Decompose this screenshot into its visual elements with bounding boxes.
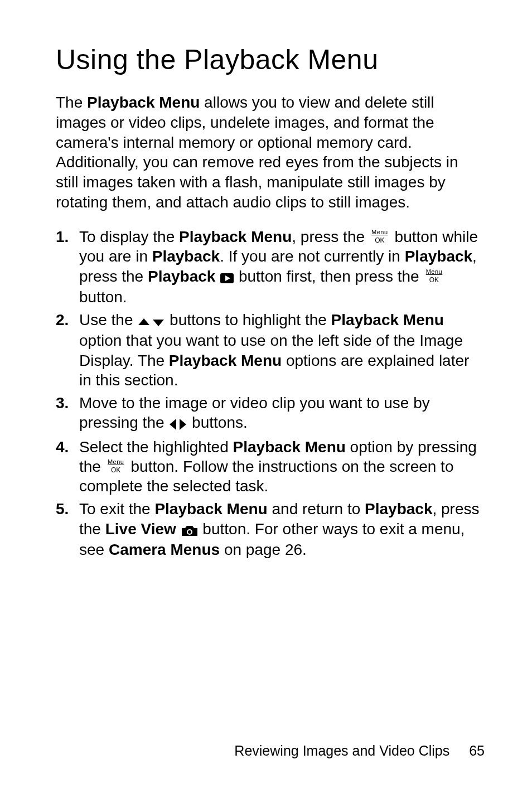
live-view-camera-icon xyxy=(181,520,199,540)
text: buttons to highlight the xyxy=(165,311,331,328)
step-number: 5. xyxy=(56,499,69,519)
text: To exit the xyxy=(79,500,154,518)
page-number: 65 xyxy=(469,743,485,759)
step-5: 5. To exit the Playback Menu and return … xyxy=(56,499,485,559)
text: The xyxy=(56,94,87,111)
step-number: 2. xyxy=(56,310,69,330)
term: Playback xyxy=(405,248,472,265)
term: Playback xyxy=(152,248,220,265)
term: Playback Menu xyxy=(233,438,346,456)
term: Playback xyxy=(148,268,215,285)
term: Playback xyxy=(365,500,432,518)
footer-chapter: Reviewing Images and Video Clips xyxy=(234,743,449,758)
page-title: Using the Playback Menu xyxy=(56,43,485,76)
term: Live View xyxy=(105,520,176,538)
step-4: 4. Select the highlighted Playback Menu … xyxy=(56,437,485,496)
term: Playback Menu xyxy=(169,352,282,369)
text: allows you to view and delete still imag… xyxy=(56,94,458,211)
step-3: 3. Move to the image or video clip you w… xyxy=(56,393,485,434)
text: Move to the image or video clip you want… xyxy=(79,394,430,431)
svg-marker-3 xyxy=(153,320,164,326)
step-1: 1. To display the Playback Menu, press t… xyxy=(56,227,485,307)
text: button first, then press the xyxy=(234,268,423,285)
page-footer: Reviewing Images and Video Clips 65 xyxy=(234,743,485,759)
text: , press the xyxy=(292,228,369,245)
text: Use the xyxy=(79,311,137,328)
text: . If you are not currently in xyxy=(220,248,405,265)
text: buttons. xyxy=(187,414,247,431)
step-number: 3. xyxy=(56,393,69,413)
text xyxy=(176,520,181,538)
svg-marker-5 xyxy=(180,419,186,430)
term: Playback Menu xyxy=(87,94,200,111)
svg-marker-4 xyxy=(170,419,176,430)
text: To display the xyxy=(79,228,179,245)
term: Playback Menu xyxy=(331,311,444,328)
step-number: 1. xyxy=(56,227,69,246)
step-number: 4. xyxy=(56,437,69,457)
svg-marker-2 xyxy=(138,318,149,325)
menu-ok-icon: MenuOK xyxy=(105,460,127,474)
text: and return to xyxy=(268,500,365,518)
menu-ok-icon: MenuOK xyxy=(423,269,444,284)
text xyxy=(215,268,220,285)
term: Camera Menus xyxy=(109,541,220,558)
text: Select the highlighted xyxy=(79,438,233,456)
up-down-arrows-icon xyxy=(137,311,165,331)
menu-ok-icon: MenuOK xyxy=(369,230,390,244)
step-2: 2. Use the buttons to highlight the Play… xyxy=(56,310,485,390)
text: on page 26. xyxy=(220,541,307,558)
playback-icon xyxy=(220,267,234,287)
svg-point-7 xyxy=(188,530,191,534)
text: button. xyxy=(79,288,127,306)
term: Playback Menu xyxy=(179,228,292,245)
left-right-arrows-icon xyxy=(168,414,187,433)
term: Playback Menu xyxy=(154,500,267,518)
intro-paragraph: The Playback Menu allows you to view and… xyxy=(56,93,485,212)
step-list: 1. To display the Playback Menu, press t… xyxy=(56,227,485,559)
text: button. Follow the instructions on the s… xyxy=(79,458,453,495)
